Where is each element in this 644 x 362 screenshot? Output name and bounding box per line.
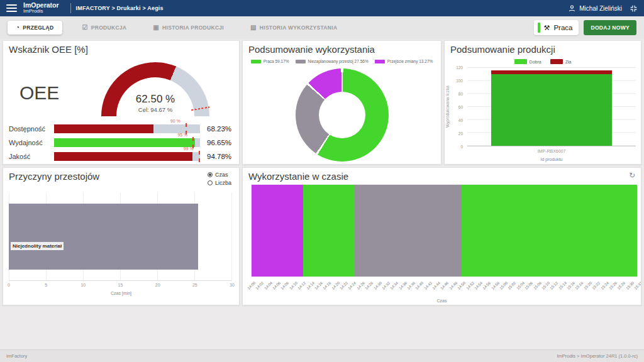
axis-tick: 14:54 <box>474 281 483 290</box>
user-menu[interactable]: Michał Zieliński <box>568 4 622 13</box>
timeline-chart <box>251 184 638 277</box>
axis-tick: 14:26 <box>356 281 365 290</box>
radio-option[interactable]: Czas <box>208 172 231 178</box>
timeline-band[interactable] <box>252 185 303 277</box>
axis-tick: 14:24 <box>348 281 357 290</box>
axis-tick: 15:04 <box>516 281 525 290</box>
downtime-xticks: 051015202530 <box>9 283 232 289</box>
divider <box>70 3 71 13</box>
kpi-target-line <box>199 151 200 162</box>
tab[interactable]: ▣ HISTORIA PRODUKCJI <box>147 21 230 35</box>
fullscreen-toggle[interactable] <box>630 4 638 13</box>
axis-tick: 15:16 <box>566 281 575 290</box>
legend-swatch <box>375 60 385 63</box>
timeline-band[interactable] <box>303 185 355 277</box>
oee-panel: Wskaźnik OEE [%] OEE 62.50 % Cel: 94.67 … <box>3 40 240 165</box>
legend-item[interactable]: Dobra <box>514 59 541 64</box>
kpi-bar-track: 99 % <box>54 152 200 161</box>
production-ylabel: Wyprodukowana liczba <box>445 67 450 146</box>
radio-label: Liczba <box>215 180 231 186</box>
axis-tick: 14:42 <box>423 281 433 290</box>
axis-tick: 15:30 <box>625 281 635 290</box>
person-icon <box>568 4 576 13</box>
legend-item[interactable]: Niezaplanowany przestój 27.56% <box>296 59 369 63</box>
kpi-bar-fill <box>54 138 195 147</box>
tab-bar: ◔ PRZEGLĄD ☑ PRODUKCJA ▣ HISTORIA PRODUK… <box>0 16 644 39</box>
kpi-target-label: 90 % <box>170 119 180 123</box>
production-xlabel: Id produktu <box>467 157 636 162</box>
axis-tick: 15:12 <box>550 281 559 290</box>
axis-tick: 14:58 <box>491 281 500 290</box>
checkbox-icon: ☑ <box>82 25 88 31</box>
axis-tick: 0 <box>8 283 10 287</box>
downtime-bar-label: Niejednolity materiał <box>11 242 64 250</box>
downtime-xlabel: Czas [min] <box>3 291 239 295</box>
tab[interactable]: ◔ PRZEGLĄD <box>8 21 62 35</box>
axis-tick: 14:50 <box>457 281 467 290</box>
axis-tick: 15:06 <box>525 281 534 290</box>
timeline-band[interactable] <box>462 185 637 277</box>
axis-tick: 14:16 <box>314 281 323 290</box>
downtime-bar-chart: Niejednolity materiał <box>9 193 232 281</box>
axis-tick: 30 <box>230 283 235 287</box>
axis-tick: 14:32 <box>381 281 391 290</box>
add-new-button[interactable]: DODAJ NOWY <box>584 20 636 35</box>
menu-icon[interactable] <box>6 4 17 12</box>
legend-label: Niezaplanowany przestój 27.56% <box>308 59 369 63</box>
app-subtitle: ImProdis <box>23 9 59 14</box>
production-category: IMP-RBX6007 <box>467 149 636 153</box>
tab[interactable]: ☑ PRODUKCJA <box>76 21 133 35</box>
axis-tick: 80 <box>458 92 463 96</box>
axis-tick: 15:32 <box>633 281 641 290</box>
utilization-timeline-panel: Wykorzystanie w czasie ↻ 14:0014:0214:04… <box>242 167 641 305</box>
oee-kpi-bars: Dostępność 90 % 68.23% Wydajność 95 % <box>9 122 233 163</box>
axis-tick: 14:48 <box>448 281 458 290</box>
status-label: Praca <box>553 24 572 31</box>
tabs: ◔ PRZEGLĄD ☑ PRODUKCJA ▣ HISTORIA PRODUK… <box>8 21 357 35</box>
axis-tick: 10 <box>80 283 86 287</box>
axis-tick: 15:14 <box>558 281 567 290</box>
axis-tick: 25 <box>192 283 197 287</box>
legend-label: Dobra <box>530 60 541 64</box>
axis-tick: 14:30 <box>373 281 382 290</box>
axis-tick: 14:12 <box>297 281 307 290</box>
panel-title: Wykorzystanie w czasie <box>248 171 348 182</box>
footer: ImFactory ImProdis > ImOperator 24R1 (1.… <box>0 349 644 362</box>
radio-icon <box>208 172 213 177</box>
topbar: ImOperator ImProdis IMFACTORY > Drukarki… <box>0 0 644 16</box>
axis-tick: 14:40 <box>415 281 425 290</box>
axis-tick: 14:18 <box>323 281 332 290</box>
breadcrumb[interactable]: IMFACTORY > Drukarki > Aegis <box>76 5 164 11</box>
kpi-target-label: 95 % <box>177 133 187 137</box>
timeline-band[interactable] <box>355 185 462 277</box>
refresh-icon[interactable]: ↻ <box>629 172 635 179</box>
legend-item[interactable]: Przejście zmiany 13.27% <box>375 59 433 63</box>
axis-tick: 15:10 <box>541 281 550 290</box>
legend-swatch <box>514 59 527 64</box>
production-history-icon: ▣ <box>153 25 159 31</box>
legend-swatch <box>296 60 306 63</box>
kpi-bar-track: 90 % <box>54 124 200 133</box>
timeline-xlabel: Czas <box>243 299 641 303</box>
panel-title: Podsumowanie wykorzystania <box>248 44 375 55</box>
kpi-label: Jakość <box>9 153 54 160</box>
tab[interactable]: ▤ HISTORIA WYKORZYSTANIA <box>244 21 343 35</box>
axis-tick: 20 <box>458 131 463 136</box>
legend-item[interactable]: Zła <box>550 59 572 64</box>
tab-label: PRZEGLĄD <box>23 25 53 31</box>
axis-tick: 14:02 <box>255 281 265 290</box>
axis-tick: 15:00 <box>499 281 508 290</box>
axis-tick: 5 <box>45 283 47 287</box>
radio-icon <box>208 180 213 185</box>
downtime-bar[interactable] <box>9 204 198 270</box>
kpi-row: Wydajność 95 % 96.65% <box>9 136 233 150</box>
axis-tick: 14:06 <box>272 281 281 290</box>
good-count-segment <box>491 74 613 146</box>
downtime-reasons-panel: Przyczyny przestojów Czas Liczba Niejedn… <box>3 167 240 305</box>
legend-item[interactable]: Praca 59.17% <box>251 59 289 63</box>
oee-gauge-label: OEE <box>19 82 59 104</box>
axis-tick: 15:02 <box>508 281 517 290</box>
production-stacked-bar <box>491 68 613 146</box>
radio-option[interactable]: Liczba <box>208 180 231 186</box>
machine-status-pill[interactable]: ⚒ Praca <box>534 20 579 35</box>
